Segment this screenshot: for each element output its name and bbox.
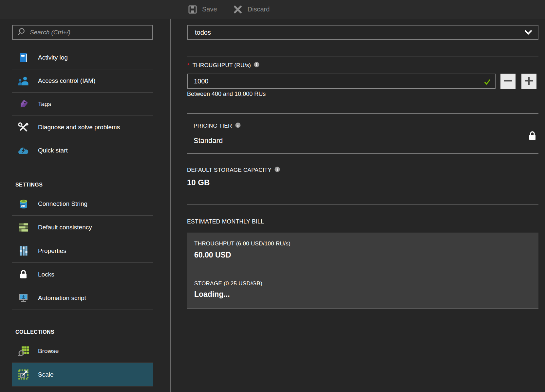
sidebar-item-activity-log[interactable]: Activity log	[12, 46, 153, 69]
sidebar-item-label: Diagnose and solve problems	[38, 124, 120, 131]
info-icon[interactable]	[274, 167, 280, 174]
storage-capacity-label: DEFAULT STORAGE CAPACITY	[187, 167, 272, 173]
throughput-input[interactable]	[188, 74, 495, 88]
sidebar-item-automation-script[interactable]: Automation script	[12, 286, 153, 310]
sidebar-item-label: Activity log	[38, 54, 68, 61]
sidebar-item-browse[interactable]: Browse	[12, 339, 153, 363]
lock-icon	[528, 130, 536, 142]
divider	[187, 205, 538, 205]
bill-item-label: STORAGE (0.25 USD/GB)	[194, 280, 538, 287]
estimated-bill-panel: THROUGHPUT (6.00 USD/100 RU/s) 60.00 USD…	[187, 233, 538, 309]
throughput-label: THROUGHPUT (RU/s)	[193, 62, 251, 69]
minus-icon	[503, 76, 513, 86]
grid-magnifier-icon	[18, 346, 29, 357]
sidebar-item-label: Tags	[38, 100, 51, 108]
throughput-field-label: * THROUGHPUT (RU/s)	[187, 62, 538, 69]
pricing-tier-value: Standard	[194, 136, 538, 145]
throughput-input-row	[187, 74, 538, 89]
sidebar-item-label: Scale	[38, 371, 54, 378]
divider	[187, 153, 538, 154]
decrease-throughput-button[interactable]	[500, 74, 516, 89]
sidebar-item-diagnose[interactable]: Diagnose and solve problems	[12, 116, 153, 139]
scale-blade-content: todos * THROUGHPUT (RU/s)	[171, 19, 545, 392]
sidebar-item-quick-start[interactable]: Quick start	[12, 139, 153, 162]
monitor-download-icon	[18, 293, 29, 303]
discard-button[interactable]: Discard	[232, 5, 270, 14]
sidebar-item-scale[interactable]: Scale	[12, 363, 153, 386]
svg-text:DB: DB	[21, 204, 25, 207]
throughput-hint: Between 400 and 10,000 RUs	[187, 91, 538, 98]
pricing-tier-section: PRICING TIER Standard	[187, 122, 538, 145]
estimated-bill-header: ESTIMATED MONTHLY BILL	[187, 218, 538, 225]
bill-item-throughput: THROUGHPUT (6.00 USD/100 RU/s) 60.00 USD	[194, 241, 538, 259]
divider	[187, 113, 538, 114]
sidebar-item-access-control[interactable]: Access control (IAM)	[12, 69, 153, 93]
bill-item-value: Loading...	[194, 290, 538, 299]
sidebar-item-tags[interactable]: Tags	[12, 93, 153, 116]
sidebar-item-label: Default consistency	[38, 224, 92, 231]
scale-resize-icon	[18, 369, 29, 380]
cloud-lightning-icon	[18, 146, 29, 155]
sidebar-item-label: Properties	[38, 247, 66, 255]
save-label: Save	[202, 6, 217, 13]
divider	[187, 57, 538, 57]
search-input[interactable]	[30, 29, 149, 36]
x-icon	[232, 5, 244, 14]
sidebar-item-label: Connection String	[38, 200, 87, 207]
required-marker: *	[187, 64, 190, 67]
plus-icon	[524, 76, 534, 86]
save-button[interactable]: Save	[187, 5, 217, 14]
sliders-horizontal-icon	[18, 223, 29, 232]
sidebar-item-label: Locks	[38, 271, 54, 278]
settings-section-header: SETTINGS	[12, 162, 153, 192]
command-bar: Save Discard	[0, 0, 545, 19]
storage-capacity-section: DEFAULT STORAGE CAPACITY 10 GB	[187, 167, 538, 187]
sidebar-item-default-consistency[interactable]: Default consistency	[12, 216, 153, 239]
collection-dropdown[interactable]: todos	[187, 25, 538, 40]
throughput-input-box	[187, 74, 496, 89]
tag-icon	[18, 99, 29, 109]
azure-blade: Save Discard	[0, 0, 545, 392]
collections-section-header: COLLECTIONS	[12, 310, 153, 339]
storage-capacity-value: 10 GB	[187, 178, 538, 187]
padlock-icon	[18, 269, 29, 279]
database-icon: DB	[18, 198, 29, 209]
search-icon	[17, 27, 26, 38]
bill-item-value: 60.00 USD	[194, 250, 538, 259]
info-icon[interactable]	[254, 62, 259, 69]
sidebar-item-connection-string[interactable]: DB Connection String	[12, 192, 153, 216]
sidebar-search	[12, 25, 153, 40]
info-icon[interactable]	[235, 122, 241, 130]
floppy-disk-icon	[187, 5, 198, 14]
sidebar-item-label: Browse	[38, 347, 59, 355]
pricing-tier-label: PRICING TIER	[194, 123, 232, 129]
sidebar-item-locks[interactable]: Locks	[12, 263, 153, 286]
sidebar-item-label: Access control (IAM)	[38, 77, 95, 84]
discard-label: Discard	[248, 6, 270, 13]
sliders-vertical-icon	[18, 246, 29, 256]
chevron-down-icon	[524, 29, 533, 36]
storage-capacity-field-label: DEFAULT STORAGE CAPACITY	[187, 167, 538, 174]
sidebar-item-label: Automation script	[38, 294, 86, 302]
activity-log-icon	[18, 53, 29, 63]
bill-item-label: THROUGHPUT (6.00 USD/100 RU/s)	[194, 241, 538, 247]
increase-throughput-button[interactable]	[521, 74, 536, 89]
pricing-tier-field-label: PRICING TIER	[194, 122, 538, 130]
check-icon	[484, 79, 491, 86]
collection-dropdown-value: todos	[195, 29, 211, 36]
sidebar-item-properties[interactable]: Properties	[12, 239, 153, 263]
access-control-icon	[18, 76, 29, 86]
blade-sidebar: Activity log Access control (IAM)	[0, 19, 170, 392]
bill-item-storage: STORAGE (0.25 USD/GB) Loading...	[194, 280, 538, 299]
wrench-screwdriver-icon	[18, 122, 29, 133]
sidebar-item-label: Quick start	[38, 147, 68, 154]
